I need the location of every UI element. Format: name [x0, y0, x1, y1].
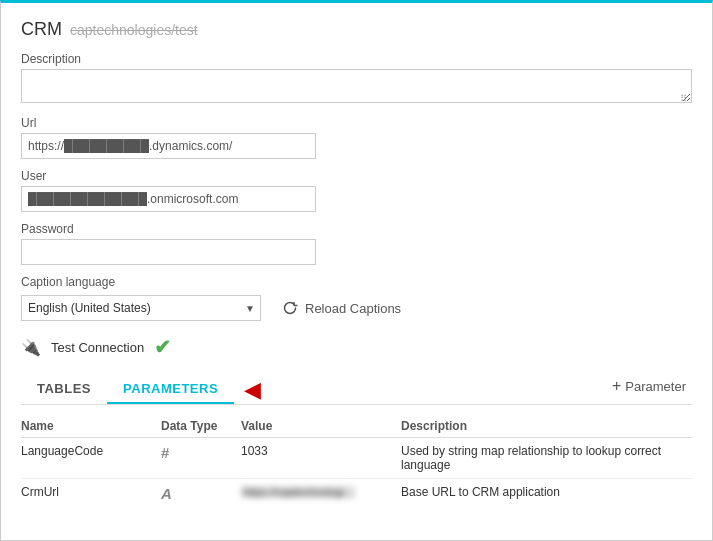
- col-header-description: Description: [401, 415, 692, 438]
- description-input[interactable]: [21, 69, 692, 103]
- blurred-value: https://captechnologi...: [241, 486, 355, 498]
- param-type-2: A: [161, 479, 241, 509]
- resize-handle: ⠿: [680, 94, 690, 104]
- caption-label: Caption language: [21, 275, 692, 289]
- parameters-table: Name Data Type Value Description Languag…: [21, 415, 692, 508]
- col-header-type: Data Type: [161, 415, 241, 438]
- arrow-indicator: ◀: [244, 377, 261, 403]
- reload-icon: [281, 299, 299, 317]
- url-group: Url: [21, 116, 692, 159]
- title-crm: CRM: [21, 19, 62, 40]
- table-row: LanguageCode # 1033 Used by string map r…: [21, 438, 692, 479]
- caption-group: Caption language English (United States)…: [21, 275, 692, 321]
- param-value-2: https://captechnologi...: [241, 479, 401, 509]
- check-icon: ✔: [154, 335, 171, 359]
- param-name-2: CrmUrl: [21, 479, 161, 509]
- test-connection-button[interactable]: Test Connection: [51, 340, 144, 355]
- type-text-icon: A: [161, 485, 172, 502]
- param-type-1: #: [161, 438, 241, 479]
- tabs-row: TABLES PARAMETERS ◀ + Parameter: [21, 375, 692, 405]
- url-label: Url: [21, 116, 692, 130]
- table-row: CrmUrl A https://captechnologi... Base U…: [21, 479, 692, 509]
- reload-captions-label: Reload Captions: [305, 301, 401, 316]
- user-group: User: [21, 169, 692, 212]
- param-desc-2: Base URL to CRM application: [401, 479, 692, 509]
- tab-parameters[interactable]: PARAMETERS: [107, 375, 234, 404]
- add-parameter-button[interactable]: + Parameter: [606, 373, 692, 399]
- caption-select-wrapper: English (United States) Spanish French G…: [21, 295, 261, 321]
- tab-tables[interactable]: TABLES: [21, 375, 107, 404]
- description-wrapper: ⠿: [21, 69, 692, 106]
- param-value-1: 1033: [241, 438, 401, 479]
- user-label: User: [21, 169, 692, 183]
- description-label: Description: [21, 52, 692, 66]
- param-name-1: LanguageCode: [21, 438, 161, 479]
- main-window: CRM captechnologies/test Description ⠿ U…: [0, 0, 713, 541]
- col-header-value: Value: [241, 415, 401, 438]
- reload-captions-button[interactable]: Reload Captions: [277, 297, 405, 319]
- red-arrow-icon: ◀: [244, 377, 261, 403]
- password-input[interactable]: [21, 239, 316, 265]
- password-group: Password: [21, 222, 692, 265]
- caption-select[interactable]: English (United States) Spanish French G…: [21, 295, 261, 321]
- add-parameter-label: Parameter: [625, 379, 686, 394]
- user-input[interactable]: [21, 186, 316, 212]
- page-title: CRM captechnologies/test: [21, 19, 692, 40]
- test-connection-row: 🔌 Test Connection ✔: [21, 335, 692, 359]
- type-number-icon: #: [161, 444, 169, 461]
- url-input[interactable]: [21, 133, 316, 159]
- caption-row: English (United States) Spanish French G…: [21, 295, 692, 321]
- col-header-name: Name: [21, 415, 161, 438]
- plug-icon: 🔌: [21, 338, 41, 357]
- param-desc-1: Used by string map relationship to looku…: [401, 438, 692, 479]
- password-label: Password: [21, 222, 692, 236]
- description-group: Description ⠿: [21, 52, 692, 106]
- plus-icon: +: [612, 377, 621, 395]
- title-sub: captechnologies/test: [70, 22, 198, 38]
